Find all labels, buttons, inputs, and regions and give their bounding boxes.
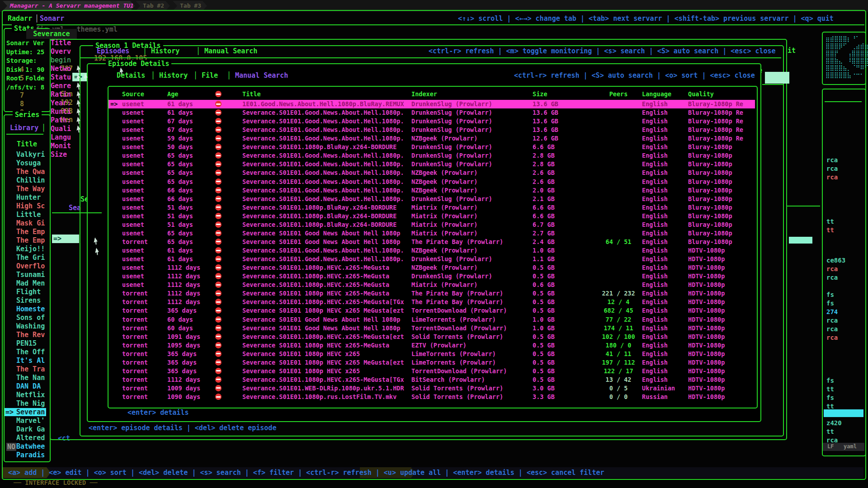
tab-manual-search[interactable]: Manual Search [235, 71, 288, 80]
series-item[interactable]: The Way [16, 185, 46, 193]
series-item[interactable]: Little [16, 211, 46, 219]
cell-language: English [642, 126, 668, 134]
column-header-indexer[interactable]: Indexer [411, 90, 437, 99]
series-item[interactable]: Batwhee [16, 442, 46, 451]
cell-source: torrent [122, 367, 148, 375]
series-item[interactable]: Flight [16, 288, 46, 296]
search-result-row[interactable]: usenet1112 daysSeverance.S01E01.1080p.HE… [108, 281, 755, 289]
tab-manual-search[interactable]: Manual Search [204, 47, 257, 55]
search-result-row[interactable]: usenet61 daysSeverance.S01E01.Good.News.… [108, 255, 755, 263]
search-result-row[interactable]: torrent1112 daysSeverance.S01E01.1080p.H… [108, 298, 755, 306]
tab-history[interactable]: History [151, 47, 179, 55]
tab-episodes[interactable]: Episodes [97, 47, 129, 55]
search-result-row[interactable]: usenet50 daysSeverance.S01E01.1080p.BluR… [108, 143, 755, 151]
series-item[interactable]: The Gri [16, 253, 46, 262]
column-header-title[interactable]: Title [242, 90, 261, 99]
search-result-row[interactable]: torrent1112 daysSeverance.S01E01.1080p.H… [108, 375, 755, 384]
search-result-row[interactable]: usenet67 daysSeverance.S01E01.Good.News.… [108, 117, 755, 126]
series-item[interactable]: The Off [16, 348, 46, 357]
column-header-quality[interactable]: Quality [688, 90, 714, 99]
series-item[interactable]: Washing [16, 322, 46, 331]
scrollbar-thumb[interactable] [789, 237, 812, 244]
tab-details[interactable]: Details [117, 71, 145, 80]
tab-file[interactable]: File [202, 71, 218, 80]
search-result-row[interactable]: torrent365 daysSeverance S01E01 1080p HE… [108, 306, 755, 315]
search-result-row[interactable]: torrent365 daysSeverance S01E01 1080p HE… [108, 350, 755, 358]
zellij-tab[interactable]: Tab #3 [173, 1, 207, 11]
tab-radarr[interactable]: Radarr [8, 14, 32, 23]
search-result-row[interactable]: usenet51 daysSeverance.S01E01.1080p.BluR… [108, 203, 755, 212]
search-result-row[interactable]: usenet1112 daysSeverance.S01E01.1080p.HE… [108, 272, 755, 281]
search-result-row[interactable]: torrent60 daysSeverance S01E01 Good News… [108, 315, 755, 324]
series-item[interactable]: Netflix [16, 391, 46, 399]
search-result-row[interactable]: usenet61 daysSeverance.S01E01.Good.News.… [108, 246, 755, 255]
search-result-row[interactable]: usenet65 daysSeverance.S01E01.Good.News.… [108, 169, 755, 177]
search-result-row[interactable]: torrent1112 daysSeverance S01E01 1080p H… [108, 289, 755, 298]
series-item[interactable]: Marvel' [16, 417, 46, 425]
series-item[interactable]: DAN DA [16, 382, 46, 391]
series-item[interactable]: The Emp [16, 236, 46, 245]
cell-title: Severance.S01E01.1080p.BluRay.x264-BORDU… [242, 212, 410, 221]
search-result-row[interactable]: torrent65 daysSeverance S01E01 Good News… [108, 238, 755, 246]
search-result-row[interactable]: usenet61 daysSeverance.S01E01.Good.News.… [108, 108, 755, 117]
series-item[interactable]: Sirens [16, 296, 46, 305]
column-header-source[interactable]: Source [122, 90, 144, 99]
search-result-row[interactable]: usenet65 daysSeverance.S01E01.Good.News.… [108, 160, 755, 169]
search-result-row[interactable]: usenet51 daysSeverance.S01E01.1080p.BluR… [108, 221, 755, 229]
series-item[interactable]: Mad Men [16, 279, 46, 288]
series-item[interactable]: PEN15 [16, 339, 46, 348]
series-item[interactable]: The Tra [16, 365, 46, 374]
series-item[interactable]: The Rev [16, 331, 46, 339]
search-result-row[interactable]: torrent1090 daysSeverance.S01E01.1080p.r… [108, 393, 755, 401]
column-header-peers[interactable]: Peers [593, 90, 644, 99]
series-item[interactable]: Keijo!! [16, 245, 46, 253]
search-result-row[interactable]: usenet65 daysSeverance.S01E01.Good.News.… [108, 151, 755, 160]
series-item-selected[interactable]: =>Severan [5, 408, 46, 416]
search-result-row[interactable]: torrent1095 daysSeverance S01E01 1080p H… [108, 341, 755, 350]
cell-language: English [642, 238, 668, 246]
search-result-row[interactable]: usenet65 daysSeverance S01E01 Good News … [108, 229, 755, 238]
series-item[interactable]: It's Al [16, 357, 46, 365]
series-item[interactable]: High Sc [16, 202, 46, 211]
tab-history[interactable]: History [159, 71, 188, 80]
tab-sonarr[interactable]: Sonarr [40, 14, 64, 23]
column-header-language[interactable]: Language [642, 90, 671, 99]
search-result-row[interactable]: =>usenet61 days1E01.Good.News.About.Hell… [108, 100, 755, 108]
zellij-tab-active[interactable]: Managarr - A Servarr management TUI [3, 1, 135, 11]
column-header-age[interactable]: Age [167, 90, 178, 99]
search-result-row[interactable]: torrent365 daysSeverance S01E01 1080p HE… [108, 367, 755, 375]
search-result-row[interactable]: usenet51 daysSeverance.S01E01.1080p.BluR… [108, 212, 755, 221]
series-item[interactable]: Altered [16, 434, 46, 442]
tab-severance[interactable]: Severance [26, 29, 77, 39]
series-field-label: Runti [51, 108, 76, 116]
search-result-row[interactable]: usenet67 daysSeverance.S01E01.Good.News.… [108, 126, 755, 134]
tab-library[interactable]: Library [10, 124, 38, 132]
zellij-tab[interactable]: Tab #2 [136, 1, 170, 11]
series-item[interactable]: Tsunami [16, 271, 46, 279]
series-item[interactable]: Valkyri [16, 150, 46, 159]
series-item[interactable]: Mask Gi [16, 219, 46, 228]
series-item[interactable]: Sons of [16, 314, 46, 322]
search-result-row[interactable]: usenet65 daysSeverance.S01E01.Good.News.… [108, 178, 755, 186]
search-result-row[interactable]: torrent1009 daysSeverance.S01E01.WEB-DLR… [108, 384, 755, 393]
series-item[interactable]: Chillin [16, 176, 46, 185]
search-result-row[interactable]: torrent365 daysSeverance S01E01 1080p HE… [108, 358, 755, 367]
series-item[interactable]: Yosuga [16, 159, 46, 168]
series-item[interactable]: The Qwa [16, 168, 46, 176]
series-item[interactable]: Dark Ga [16, 425, 46, 434]
right-pane-entry: rca [826, 174, 838, 181]
search-result-row[interactable]: usenet59 daysSeverance.S01E01.Good.News.… [108, 134, 755, 143]
series-item[interactable]: Hunter [16, 193, 46, 202]
series-item[interactable]: Paradis [16, 451, 46, 460]
search-result-row[interactable]: torrent60 daysSeverance S01E01 Good News… [108, 324, 755, 333]
search-result-row[interactable]: usenet1112 daysSeverance.S01E01.1080p.HE… [108, 263, 755, 272]
series-item[interactable]: The Nig [16, 399, 46, 408]
search-result-row[interactable]: torrent1091 daysSeverance.S01E01.1080p.H… [108, 333, 755, 341]
series-item[interactable]: The Nan [16, 374, 46, 382]
search-result-row[interactable]: usenet66 daysSeverance.S01E01.Good.News.… [108, 195, 755, 203]
column-header-size[interactable]: Size [533, 90, 547, 99]
series-item[interactable]: Homeste [16, 305, 46, 314]
series-item[interactable]: Overflo [16, 262, 46, 271]
series-item[interactable]: The Emp [16, 228, 46, 236]
search-result-row[interactable]: usenet66 daysSeverance.S01E01.Good.News.… [108, 186, 755, 195]
